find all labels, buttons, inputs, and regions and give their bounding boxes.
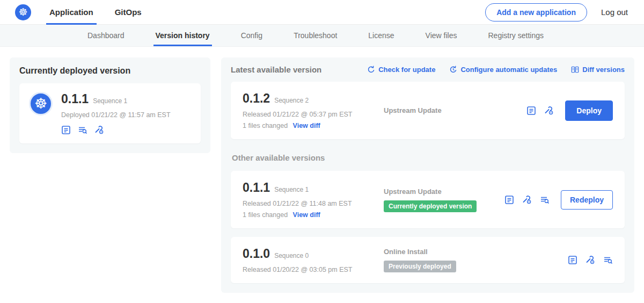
currently-deployed-card: Currently deployed version ☸ 0.1.1 Seque… bbox=[10, 57, 210, 153]
version-sequence: Sequence 0 bbox=[274, 252, 309, 259]
edit-config-icon[interactable] bbox=[94, 125, 104, 135]
edit-config-icon[interactable] bbox=[544, 106, 554, 116]
kubernetes-logo-icon: ☸ bbox=[15, 4, 31, 20]
tab-dashboard[interactable]: Dashboard bbox=[87, 25, 125, 46]
version-row: 0.1.0 Sequence 0 Released 01/20/22 @ 03:… bbox=[231, 237, 625, 283]
tab-troubleshoot[interactable]: Troubleshoot bbox=[294, 25, 337, 46]
previously-deployed-badge: Previously deployed bbox=[384, 261, 456, 272]
deploy-logs-icon[interactable] bbox=[540, 195, 550, 205]
deploy-button[interactable]: Deploy bbox=[565, 100, 613, 121]
refresh-icon bbox=[367, 66, 375, 74]
diff-icon bbox=[571, 66, 579, 74]
files-changed-label: 1 files changed bbox=[243, 122, 288, 129]
tab-view-files[interactable]: View files bbox=[426, 25, 457, 46]
add-new-application-button[interactable]: Add a new application bbox=[485, 3, 587, 21]
version-source: Online Install bbox=[384, 248, 568, 256]
version-row: 0.1.1 Sequence 1 Released 01/21/22 @ 11:… bbox=[231, 171, 625, 228]
edit-config-icon[interactable] bbox=[586, 255, 595, 265]
release-notes-icon[interactable] bbox=[504, 195, 514, 205]
header-tab-application[interactable]: Application bbox=[49, 0, 93, 25]
deploy-logs-icon[interactable] bbox=[78, 125, 87, 135]
tab-license[interactable]: License bbox=[368, 25, 394, 46]
version-source: Upstream Update bbox=[384, 187, 504, 196]
released-timestamp: Released 01/21/22 @ 05:37 pm EST bbox=[243, 111, 379, 118]
diff-versions-label: Diff versions bbox=[582, 66, 625, 74]
diff-versions-link[interactable]: Diff versions bbox=[571, 66, 625, 74]
tab-version-history[interactable]: Version history bbox=[156, 25, 210, 46]
deployed-sequence: Sequence 1 bbox=[93, 97, 127, 105]
deployed-version-card: ☸ 0.1.1 Sequence 1 Deployed 01/21/22 @ 1… bbox=[19, 83, 201, 143]
app-subnav: Dashboard Version history Config Trouble… bbox=[0, 25, 644, 47]
check-for-update-label: Check for update bbox=[378, 66, 435, 74]
version-sequence: Sequence 1 bbox=[274, 186, 309, 193]
release-notes-icon[interactable] bbox=[61, 125, 71, 135]
configure-automatic-updates-label: Configure automatic updates bbox=[460, 66, 557, 74]
released-timestamp: Released 01/20/22 @ 03:05 pm EST bbox=[243, 266, 379, 273]
version-sequence: Sequence 2 bbox=[274, 97, 309, 104]
version-row-latest: 0.1.2 Sequence 2 Released 01/21/22 @ 05:… bbox=[231, 82, 625, 139]
other-available-versions-title: Other available versions bbox=[232, 153, 625, 162]
files-changed-label: 1 files changed bbox=[243, 211, 288, 219]
released-timestamp: Released 01/21/22 @ 11:48 am EST bbox=[243, 200, 379, 207]
version-number: 0.1.0 bbox=[243, 247, 270, 261]
release-notes-icon[interactable] bbox=[568, 255, 577, 265]
check-for-update-link[interactable]: Check for update bbox=[367, 66, 435, 74]
version-source: Upstream Update bbox=[384, 106, 526, 114]
deployed-timestamp: Deployed 01/21/22 @ 11:57 am EST bbox=[61, 111, 171, 119]
logout-button[interactable]: Log out bbox=[601, 8, 628, 17]
release-notes-icon[interactable] bbox=[526, 106, 536, 116]
view-diff-link[interactable]: View diff bbox=[293, 122, 320, 129]
header-tab-gitops[interactable]: GitOps bbox=[115, 0, 142, 25]
redeploy-button[interactable]: Redeploy bbox=[561, 190, 613, 210]
version-number: 0.1.2 bbox=[243, 91, 270, 106]
edit-config-icon[interactable] bbox=[522, 195, 532, 205]
app-logo-icon: ☸ bbox=[29, 92, 53, 116]
version-number: 0.1.1 bbox=[243, 181, 270, 195]
deployed-version-number: 0.1.1 bbox=[61, 92, 89, 106]
auto-update-icon bbox=[449, 66, 457, 74]
configure-automatic-updates-link[interactable]: Configure automatic updates bbox=[449, 66, 557, 74]
view-diff-link[interactable]: View diff bbox=[293, 211, 320, 219]
tab-config[interactable]: Config bbox=[241, 25, 262, 46]
top-header: ☸ Application GitOps Add a new applicati… bbox=[0, 0, 644, 25]
currently-deployed-title: Currently deployed version bbox=[19, 66, 201, 76]
currently-deployed-badge: Currently deployed version bbox=[384, 200, 477, 212]
version-history-panel: Latest available version Check for updat… bbox=[221, 57, 634, 293]
main-content: Currently deployed version ☸ 0.1.1 Seque… bbox=[0, 47, 644, 303]
tab-registry-settings[interactable]: Registry settings bbox=[488, 25, 543, 46]
deploy-logs-icon[interactable] bbox=[603, 255, 613, 265]
latest-available-title: Latest available version bbox=[231, 65, 321, 74]
